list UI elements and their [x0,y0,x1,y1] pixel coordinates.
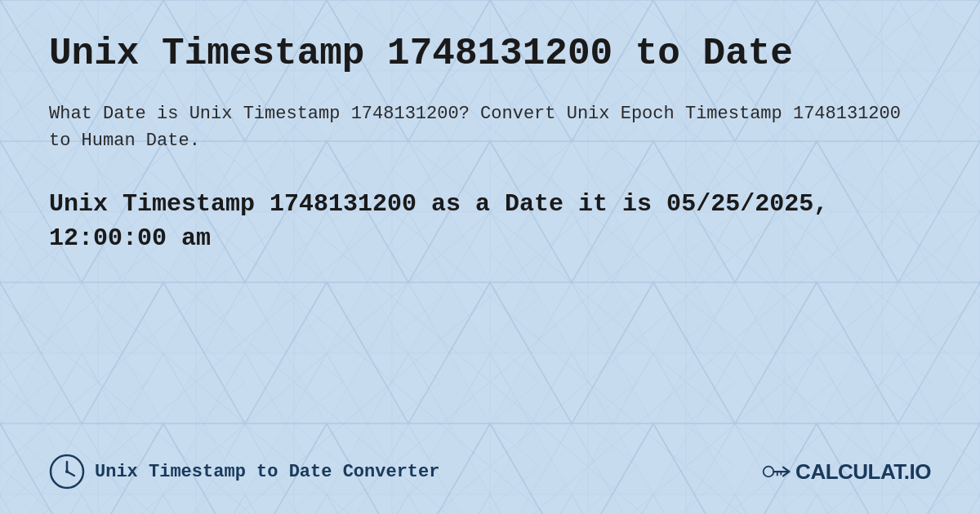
footer-left[interactable]: Unix Timestamp to Date Converter [49,454,439,490]
svg-point-58 [65,470,69,473]
svg-point-59 [764,467,774,477]
calculat-logo-text: CALCULAT.IO [795,459,931,485]
calculat-logo[interactable]: CALCULAT.IO [761,457,931,486]
clock-icon [49,454,85,490]
result-text: Unix Timestamp 1748131200 as a Date it i… [49,187,931,255]
footer: Unix Timestamp to Date Converter CALCULA… [49,454,931,490]
calculat-brand-icon [761,457,791,486]
page-description: What Date is Unix Timestamp 1748131200? … [49,100,931,154]
footer-link-text: Unix Timestamp to Date Converter [95,462,439,482]
result-section: Unix Timestamp 1748131200 as a Date it i… [49,187,931,255]
page-title: Unix Timestamp 1748131200 to Date [49,33,931,76]
